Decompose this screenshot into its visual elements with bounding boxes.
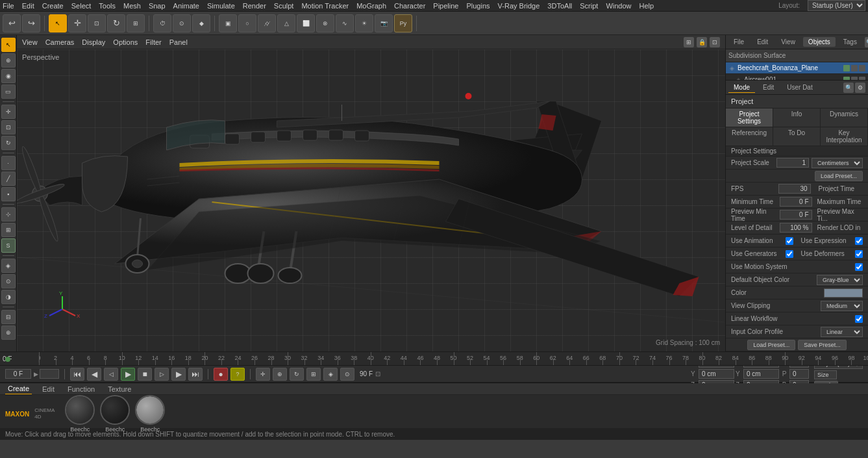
prop-check-generators[interactable] [786, 250, 793, 258]
menu-vray[interactable]: V-Ray Bridge [498, 2, 540, 10]
current-frame-input[interactable] [5, 369, 31, 379]
material-item-2[interactable]: Beechc [100, 395, 130, 433]
size-input[interactable] [814, 370, 837, 379]
prop-check-deformers[interactable] [855, 250, 863, 258]
cube-btn[interactable]: ▣ [219, 14, 237, 32]
prop-colorprof-dropdown[interactable]: Linear [821, 327, 863, 337]
pb-tool-1[interactable]: ✛ [256, 368, 270, 381]
prop-subtab-referencing[interactable]: Referencing [726, 127, 773, 146]
pb-tool-4[interactable]: ⊞ [306, 368, 321, 381]
menu-pipeline[interactable]: Pipeline [433, 2, 458, 10]
rp-tab-tags[interactable]: Tags [838, 37, 862, 47]
tool-axis[interactable]: ⊞ [1, 223, 16, 237]
goto-last-frame-button[interactable]: ⏭ [188, 368, 203, 381]
prop-subtab-info[interactable]: Info [773, 108, 821, 127]
bottom-tab-edit[interactable]: Edit [40, 384, 57, 394]
vp-icon-lock[interactable]: 🔒 [697, 37, 707, 47]
prop-val-fps[interactable]: 30 [778, 184, 811, 194]
prev-frame-button[interactable]: ◀ [87, 368, 101, 381]
scale-project-button[interactable]: Load Preset... [815, 171, 863, 181]
bottom-tab-create[interactable]: Create [5, 383, 32, 394]
tree-item-1[interactable]: ◈Aircrew001 [726, 74, 868, 80]
cylinder-btn[interactable]: ⌭ [258, 14, 276, 32]
menu-edit[interactable]: Edit [22, 2, 34, 10]
record-btn[interactable]: ⊙ [173, 14, 191, 32]
tool-snap[interactable]: ⊹ [1, 207, 16, 222]
pb-tool-3[interactable]: ↻ [290, 368, 304, 381]
menu-plugins[interactable]: Plugins [466, 2, 490, 10]
viewport[interactable]: Perspective [17, 49, 725, 351]
prop-icon-search[interactable]: 🔍 [843, 83, 854, 93]
cone-btn[interactable]: △ [277, 14, 295, 32]
sweep-btn[interactable]: ⊗ [316, 14, 334, 32]
rp-icon-search[interactable]: 🔍 [865, 37, 868, 47]
move-tool[interactable]: ✛ [68, 14, 86, 32]
menu-help[interactable]: Help [639, 2, 654, 10]
rp-tab-edit[interactable]: Edit [752, 37, 773, 47]
python-btn[interactable]: Py [394, 14, 412, 32]
pb-tool-5[interactable]: ◈ [323, 368, 338, 381]
load-preset-button[interactable]: Load Preset... [747, 340, 795, 350]
camera-btn[interactable]: 📷 [375, 14, 393, 32]
select-tool[interactable]: ↖ [49, 14, 67, 32]
sphere-btn[interactable]: ○ [238, 14, 256, 32]
prop-viewclip-dropdown[interactable]: Medium [821, 301, 863, 311]
menu-character[interactable]: Character [394, 2, 425, 10]
menu-script[interactable]: Script [580, 2, 598, 10]
prop-check-linear[interactable] [855, 315, 863, 323]
prop-check-animation[interactable] [786, 237, 793, 245]
menu-simulate[interactable]: Simulate [207, 2, 235, 10]
pb-extra-input[interactable] [40, 369, 59, 379]
prop-tab-userdat[interactable]: User Dat [782, 83, 817, 92]
menu-window[interactable]: Window [606, 2, 631, 10]
menu-tools[interactable]: Tools [99, 2, 116, 10]
coord-ry-input[interactable] [743, 369, 779, 379]
menu-render[interactable]: Render [243, 2, 266, 10]
keyframe-btn[interactable]: ◆ [192, 14, 210, 32]
prop-subtab-keyinterp[interactable]: Key Interpolation [821, 127, 868, 146]
prop-subtab-dynamics[interactable]: Dynamics [821, 108, 868, 127]
rp-tab-file[interactable]: File [728, 37, 749, 47]
stop-button[interactable]: ■ [138, 368, 152, 381]
tool-layout2[interactable]: ⊕ [1, 325, 16, 340]
menu-select[interactable]: Select [71, 2, 92, 10]
tool-param3[interactable]: ◑ [1, 290, 16, 304]
scale-tool[interactable]: ⊡ [88, 14, 106, 32]
save-preset-button[interactable]: Save Preset... [798, 340, 847, 350]
prop-val-mintime[interactable]: 0 F [780, 197, 812, 207]
timeline-btn[interactable]: ⏱ [153, 14, 171, 32]
tool-s[interactable]: S [1, 238, 16, 253]
vp-menu-options[interactable]: Options [113, 38, 138, 46]
rp-tab-objects[interactable]: Objects [803, 37, 836, 47]
vp-menu-filter[interactable]: Filter [145, 38, 161, 46]
menu-mesh[interactable]: Mesh [123, 2, 141, 10]
menu-snap[interactable]: Snap [149, 2, 166, 10]
spline-btn[interactable]: ∿ [336, 14, 354, 32]
vp-icon-camera[interactable]: ⊡ [710, 37, 720, 47]
rp-tab-view[interactable]: View [776, 37, 800, 47]
vp-menu-display[interactable]: Display [82, 38, 105, 46]
prop-icon-gear[interactable]: ⚙ [855, 83, 865, 93]
tool-move[interactable]: ✛ [1, 105, 16, 119]
bottom-tab-function[interactable]: Function [65, 384, 97, 394]
vp-icon-expand[interactable]: ⊞ [684, 37, 694, 47]
prop-unit-dropdown[interactable]: Centimeters [812, 158, 863, 168]
tool-rotate2[interactable]: ↻ [1, 136, 16, 150]
pb-tool-6[interactable]: ⊙ [340, 368, 354, 381]
prop-val-scale[interactable]: 1 [776, 158, 809, 168]
menu-file[interactable]: File [3, 2, 14, 10]
material-ball-2[interactable] [100, 395, 130, 425]
redo-button[interactable]: ↪ [22, 14, 40, 32]
next-frame-button[interactable]: ▶ [171, 368, 186, 381]
prev-key-button[interactable]: ◁ [104, 368, 118, 381]
menu-mograph[interactable]: MoGraph [356, 2, 386, 10]
tool-param1[interactable]: ◈ [1, 259, 16, 273]
tool-points[interactable]: · [1, 156, 16, 170]
vp-menu-view[interactable]: View [22, 38, 38, 46]
tool-param2[interactable]: ⊙ [1, 274, 16, 288]
coord-p-input[interactable] [789, 369, 809, 379]
vp-menu-panel[interactable]: Panel [169, 38, 188, 46]
menu-3dtoall[interactable]: 3DToAll [547, 2, 572, 10]
transform-tool[interactable]: ⊞ [127, 14, 145, 32]
pb-tool-2[interactable]: ⊕ [273, 368, 287, 381]
